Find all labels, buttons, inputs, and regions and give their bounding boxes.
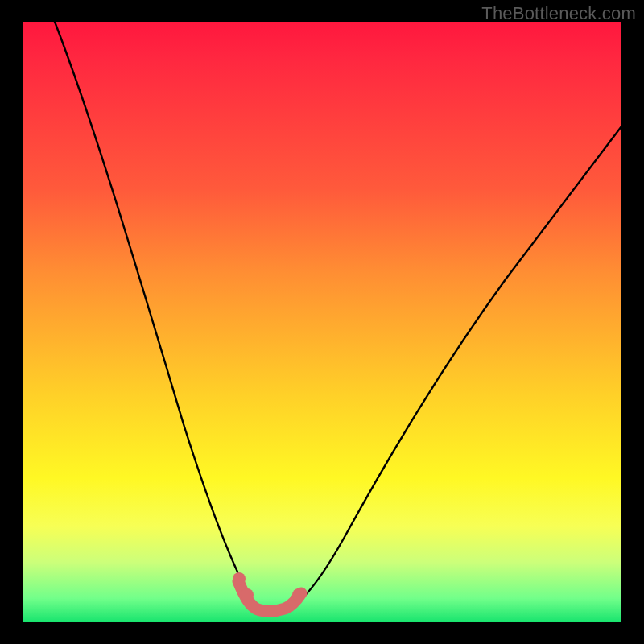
highlight-dot — [233, 572, 246, 585]
chart-svg — [23, 22, 621, 622]
watermark-text: TheBottleneck.com — [481, 3, 636, 24]
bottleneck-curve — [55, 22, 621, 612]
highlight-dot — [292, 588, 305, 601]
chart-frame: TheBottleneck.com — [0, 0, 644, 644]
highlight-dot — [241, 588, 254, 601]
plot-area — [23, 22, 621, 622]
